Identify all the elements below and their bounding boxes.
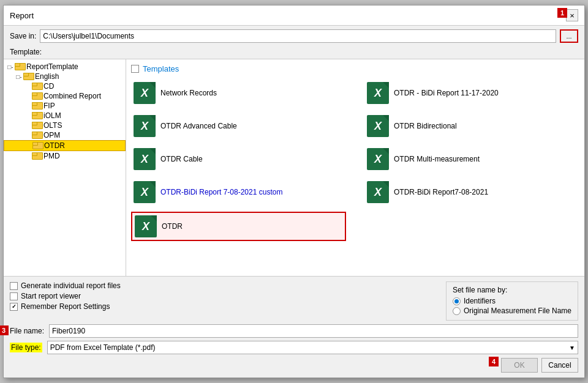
content-checkbox[interactable]: [131, 65, 139, 73]
badge-4: 4: [489, 357, 499, 366]
file-name-row: 3 File name:: [10, 324, 578, 338]
tree-label-iolm: iOLM: [43, 111, 61, 120]
file-name-otdr-selected: OTDR: [162, 222, 183, 231]
radio-original[interactable]: Original Measurement File Name: [453, 307, 571, 315]
file-item-otdr-bidi-2021-custom[interactable]: OTDR-BiDi Report 7-08-2021 custom: [131, 179, 346, 206]
file-name-label: File name:: [10, 327, 44, 335]
options-row: Generate individual report files Start r…: [10, 281, 578, 321]
folder-icon-opm: [32, 132, 42, 139]
generate-label: Generate individual report files: [21, 281, 121, 290]
radio-original-input[interactable]: [453, 307, 461, 315]
save-in-row: Save in: ...: [4, 26, 584, 46]
tree-item-cd[interactable]: CD: [4, 81, 126, 91]
tree-label-olts: OLTS: [43, 121, 62, 130]
tree-item-combined[interactable]: Combined Report: [4, 91, 126, 101]
files-grid: Network Records OTDR - BiDi Report 11-17…: [131, 80, 579, 241]
folder-icon-pmd: [32, 152, 42, 160]
save-in-input[interactable]: [40, 29, 556, 43]
title-bar: Report ×: [4, 6, 584, 26]
excel-icon-otdr-selected: [135, 215, 157, 237]
identifiers-label: Identifiers: [464, 297, 496, 305]
cancel-button[interactable]: Cancel: [541, 358, 578, 373]
badge-1: 1: [557, 8, 567, 18]
file-name-otdr-bidi-2021: OTDR-BiDi Report7-08-2021: [394, 188, 488, 196]
file-type-select[interactable]: PDF from Excel Template (*.pdf) ▼: [47, 341, 578, 354]
folder-icon-cd: [32, 83, 42, 90]
file-name-input[interactable]: [49, 324, 578, 338]
tree-label-cd: CD: [43, 82, 54, 91]
file-item-otdr-bidi-2020[interactable]: OTDR - BiDi Report 11-17-2020: [364, 80, 579, 106]
excel-icon-otdr-cable: [134, 148, 156, 170]
browse-button[interactable]: ...: [560, 29, 578, 43]
set-file-name-title: Set file name by:: [453, 286, 571, 294]
folder-icon-english: [23, 73, 33, 80]
generate-checkbox[interactable]: [10, 282, 18, 290]
radio-identifiers-input[interactable]: [453, 297, 461, 305]
folder-icon-combined: [32, 92, 42, 100]
tree-label-otdr: OTDR: [44, 141, 65, 150]
original-label: Original Measurement File Name: [464, 307, 571, 315]
content-title: Templates: [143, 64, 179, 73]
file-type-value: PDF from Excel Template (*.pdf): [50, 343, 156, 352]
badge-3: 3: [0, 325, 9, 335]
tree-label-english: English: [35, 72, 59, 81]
file-type-arrow: ▼: [569, 344, 575, 351]
file-item-otdr-advanced-cable[interactable]: OTDR Advanced Cable: [131, 113, 346, 139]
file-name-otdr-bidi-2020: OTDR - BiDi Report 11-17-2020: [394, 89, 499, 97]
checkbox-start-viewer[interactable]: Start report viewer: [10, 292, 121, 300]
tree-label-combined: Combined Report: [43, 92, 101, 100]
folder-icon-iolm: [32, 112, 42, 119]
tree-toggle-english: □-: [15, 73, 23, 80]
report-dialog: 1 Report × Save in: ... Template: □- Rep…: [3, 5, 585, 378]
tree-toggle-reporttemplate: □-: [6, 64, 15, 70]
content-panel: Templates Network Records OTDR - BiDi Re…: [126, 59, 584, 276]
file-name-otdr-bidi-2021-custom: OTDR-BiDi Report 7-08-2021 custom: [160, 188, 282, 196]
file-name-otdr-advanced-cable: OTDR Advanced Cable: [160, 122, 237, 130]
close-button[interactable]: ×: [566, 9, 578, 21]
remember-label: Remember Report Settings: [21, 302, 110, 311]
start-viewer-label: Start report viewer: [21, 292, 81, 300]
file-type-row: File type: PDF from Excel Template (*.pd…: [10, 341, 578, 354]
excel-icon-otdr-bidi-2020: [367, 82, 389, 104]
action-row: 4 OK Cancel: [10, 358, 578, 373]
set-file-name-group: Set file name by: Identifiers Original M…: [446, 281, 578, 321]
tree-item-iolm[interactable]: iOLM: [4, 111, 126, 121]
radio-identifiers[interactable]: Identifiers: [453, 297, 571, 305]
tree-item-fip[interactable]: FIP: [4, 101, 126, 111]
tree-item-otdr[interactable]: OTDR 2: [4, 140, 126, 151]
excel-icon-network-records: [134, 82, 156, 104]
checkbox-remember[interactable]: ✓ Remember Report Settings: [10, 302, 121, 311]
file-item-otdr-bidi-2021[interactable]: OTDR-BiDi Report7-08-2021: [364, 179, 579, 206]
tree-item-olts[interactable]: OLTS: [4, 121, 126, 130]
excel-icon-otdr-bidi-2021: [367, 181, 389, 203]
file-item-otdr-selected[interactable]: OTDR: [131, 212, 346, 241]
ok-button[interactable]: OK: [501, 358, 538, 373]
folder-icon-otdr: [32, 142, 42, 149]
file-item-otdr-cable[interactable]: OTDR Cable: [131, 146, 346, 173]
tree-item-opm[interactable]: OPM: [4, 130, 126, 140]
start-viewer-checkbox[interactable]: [10, 292, 18, 300]
content-header: Templates: [131, 64, 579, 73]
tree-item-reporttemplate[interactable]: □- ReportTemplate: [4, 62, 126, 72]
folder-icon-reporttemplate: [15, 63, 24, 70]
tree-item-pmd[interactable]: PMD: [4, 151, 126, 161]
checkbox-generate[interactable]: Generate individual report files: [10, 281, 121, 290]
file-name-network-records: Network Records: [160, 89, 217, 97]
file-item-otdr-bidirectional[interactable]: OTDR Bidirectional: [364, 113, 579, 139]
tree-panel: □- ReportTemplate □- English CD Combined: [4, 59, 126, 276]
tree-label-fip: FIP: [43, 102, 55, 110]
file-name-otdr-cable: OTDR Cable: [160, 155, 203, 163]
tree-label-pmd: PMD: [43, 152, 60, 160]
file-name-otdr-bidirectional: OTDR Bidirectional: [394, 122, 457, 130]
file-item-otdr-multi[interactable]: OTDR Multi-measurement: [364, 146, 579, 173]
dialog-title: Report: [10, 11, 34, 20]
excel-icon-otdr-multi: [367, 148, 389, 170]
file-type-label: File type:: [10, 343, 42, 352]
file-item-network-records[interactable]: Network Records: [131, 80, 346, 106]
main-area: □- ReportTemplate □- English CD Combined: [4, 59, 584, 276]
excel-icon-otdr-advanced-cable: [134, 115, 156, 137]
excel-icon-otdr-bidirectional: [367, 115, 389, 137]
tree-label-reporttemplate: ReportTemplate: [26, 62, 78, 71]
remember-checkbox[interactable]: ✓: [10, 303, 18, 311]
tree-item-english[interactable]: □- English: [4, 72, 126, 81]
